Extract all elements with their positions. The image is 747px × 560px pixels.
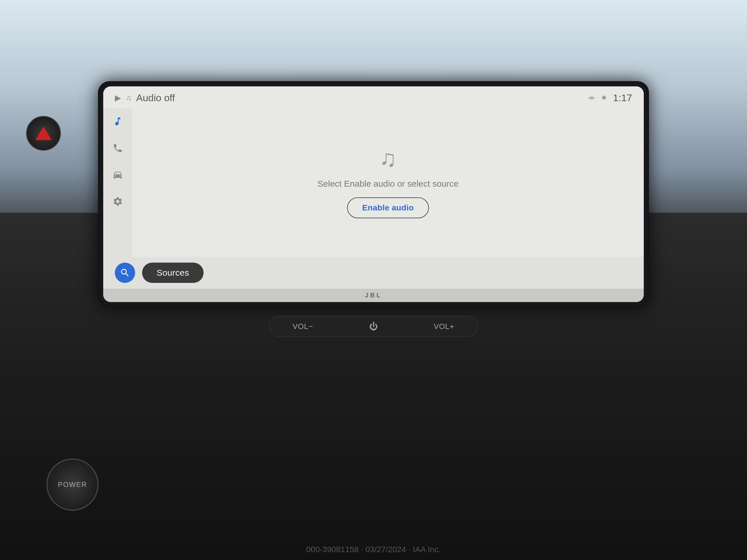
power-knob[interactable]: POWER [46,458,99,511]
watermark: 000-39081158 · 03/27/2024 · IAA Inc. [306,545,441,554]
hazard-button[interactable] [26,116,61,151]
clock: 1:17 [613,92,632,104]
sidebar-item-music[interactable] [110,114,125,129]
vol-plus-label[interactable]: VOL+ [434,322,455,331]
power-knob-label: POWER [58,481,87,489]
signal-icon: ⚛ [588,94,595,102]
screen-title: Audio off [136,92,175,104]
main-content: ♫ Select Enable audio or select source E… [132,108,644,257]
jbl-logo: JBL [103,289,644,302]
navigation-icon: ▶ [115,93,121,103]
search-icon [120,268,130,278]
bluetooth-icon: ⁕ [600,93,607,103]
music-note-icon: ♫ [379,147,397,170]
sidebar-item-settings[interactable] [110,194,125,209]
enable-audio-button[interactable]: Enable audio [347,197,429,218]
search-button[interactable] [115,263,135,283]
content-area: ♫ Select Enable audio or select source E… [103,108,644,257]
hazard-triangle-icon [35,127,52,140]
status-bar: ▶ ♫ Audio off ⚛ ⁕ 1:17 [103,86,644,108]
title-area: ▶ ♫ Audio off [115,92,175,104]
sidebar [103,108,132,257]
sidebar-item-phone[interactable] [110,140,125,156]
vol-minus-label[interactable]: VOL− [292,322,313,331]
sidebar-item-car[interactable] [110,167,125,182]
sources-button[interactable]: Sources [142,263,204,283]
control-pill: VOL− ⏻ VOL+ [269,316,478,337]
power-icon[interactable]: ⏻ [369,321,378,331]
infotainment-screen: ▶ ♫ Audio off ⚛ ⁕ 1:17 [98,81,649,307]
bottom-controls: Sources [103,257,644,289]
music-small-icon: ♫ [126,93,132,102]
prompt-text: Select Enable audio or select source [317,179,459,189]
physical-controls: VOL− ⏻ VOL+ [269,316,478,337]
screen-display: ▶ ♫ Audio off ⚛ ⁕ 1:17 [103,86,644,302]
status-icons: ⚛ ⁕ 1:17 [588,92,632,104]
